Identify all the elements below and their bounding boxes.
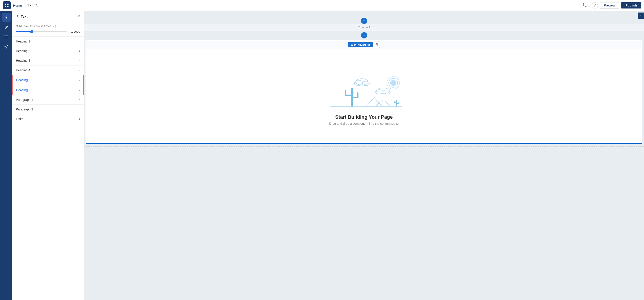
panel-back-button[interactable]	[16, 14, 19, 19]
svg-rect-1	[7, 3, 8, 5]
font-size-slider[interactable]	[16, 29, 67, 34]
svg-line-8	[6, 26, 7, 27]
menu-list: Heading 1›Heading 2›Heading 3›Heading 4›…	[12, 37, 84, 300]
menu-item-label: Heading 1	[16, 39, 30, 43]
gear-icon: ⚙	[27, 4, 29, 7]
start-building-subtitle: Drag and drop a component into the conte…	[329, 122, 399, 125]
header-right: ? Preview Publish	[581, 2, 641, 9]
menu-item-label: Paragraph 2	[16, 107, 33, 111]
column-label: Column 1	[358, 24, 370, 30]
svg-point-25	[384, 90, 391, 94]
svg-rect-0	[5, 3, 6, 5]
canvas-area: + Column 1 + HTML Editor	[84, 11, 644, 300]
app-header: Home ⚙ ▾ ↻ ? Preview Publish	[0, 0, 644, 11]
monitor-button[interactable]	[581, 2, 590, 9]
menu-item-paragraph2[interactable]: Paragraph 2›	[12, 105, 84, 114]
main-layout: Text × Mobile Base Font Size (0.625–2rem…	[0, 11, 644, 300]
font-size-label: Mobile Base Font Size (0.625–2rem)	[16, 25, 80, 27]
menu-item-label: Heading 6	[16, 88, 30, 92]
app-logo	[3, 1, 11, 9]
text-panel: Text × Mobile Base Font Size (0.625–2rem…	[12, 11, 84, 300]
chevron-right-icon: ›	[79, 88, 80, 92]
menu-item-heading4[interactable]: Heading 4›	[12, 65, 84, 75]
refresh-button[interactable]: ↻	[35, 2, 40, 8]
page-title: Home	[13, 3, 22, 7]
font-size-section: Mobile Base Font Size (0.625–2rem) 1,000…	[12, 22, 84, 37]
panel-close-button[interactable]: ×	[78, 14, 80, 19]
desert-illustration	[317, 69, 411, 114]
sidebar-item-settings[interactable]	[2, 42, 11, 51]
chevron-right-icon: ›	[79, 49, 80, 52]
chevron-right-icon: ›	[79, 78, 80, 82]
svg-point-38	[347, 106, 356, 108]
help-button[interactable]: ?	[592, 2, 598, 8]
svg-rect-2	[5, 6, 6, 7]
svg-marker-7	[5, 15, 8, 19]
slider-track	[16, 31, 67, 32]
menu-item-links[interactable]: Links›	[12, 114, 84, 124]
chevron-right-icon: ›	[79, 40, 80, 43]
chevron-right-icon: ›	[79, 117, 80, 120]
publish-button[interactable]: Publish	[621, 2, 641, 8]
sidebar-item-lightning[interactable]	[2, 13, 11, 22]
html-editor-label: HTML Editor	[354, 43, 370, 46]
panel-header: Text ×	[12, 11, 84, 22]
svg-point-24	[375, 90, 383, 94]
svg-line-31	[349, 91, 351, 92]
menu-item-heading3[interactable]: Heading 3›	[12, 56, 84, 65]
close-canvas-button[interactable]: ×	[638, 12, 644, 19]
menu-item-label: Links	[16, 117, 23, 121]
preview-button[interactable]: Preview	[600, 2, 620, 8]
refresh-icon: ↻	[36, 3, 38, 7]
chevron-right-icon: ›	[79, 59, 80, 62]
svg-point-19	[390, 80, 396, 86]
chevron-right-icon: ›	[79, 69, 80, 72]
menu-item-label: Heading 3	[16, 59, 30, 62]
sidebar-icons	[0, 11, 12, 300]
svg-point-12	[6, 46, 7, 47]
svg-point-20	[356, 79, 368, 85]
font-size-value: 1,0000	[69, 30, 80, 33]
svg-point-22	[362, 81, 370, 86]
canvas-content-block: Start Building Your Page Drag and drop a…	[86, 49, 642, 143]
menu-item-label: Heading 2	[16, 49, 30, 53]
svg-marker-13	[351, 44, 353, 46]
menu-item-label: Paragraph 1	[16, 98, 33, 101]
svg-point-39	[394, 106, 400, 107]
slider-thumb[interactable]	[30, 30, 33, 33]
dropdown-icon: ▾	[30, 4, 31, 7]
menu-item-label: Heading 5	[16, 78, 30, 82]
gear-dropdown-button[interactable]: ⚙ ▾	[25, 3, 32, 8]
svg-point-21	[354, 80, 362, 86]
menu-item-heading5[interactable]: Heading 5›	[12, 75, 84, 85]
add-section-middle-button[interactable]: +	[361, 32, 367, 38]
sidebar-item-list[interactable]	[2, 32, 11, 41]
start-building-title: Start Building Your Page	[335, 114, 393, 120]
sidebar-item-pencil[interactable]	[2, 22, 11, 31]
svg-rect-4	[583, 3, 588, 6]
svg-line-32	[353, 92, 354, 93]
chevron-right-icon: ›	[79, 98, 80, 101]
menu-item-heading6[interactable]: Heading 6›	[12, 85, 84, 95]
delete-element-button[interactable]	[374, 41, 380, 48]
menu-item-paragraph1[interactable]: Paragraph 1›	[12, 95, 84, 105]
svg-rect-3	[7, 6, 8, 7]
menu-item-label: Heading 4	[16, 68, 30, 72]
html-editor-button[interactable]: HTML Editor	[348, 42, 373, 47]
font-size-row: 1,0000	[16, 29, 80, 34]
menu-item-heading1[interactable]: Heading 1›	[12, 37, 84, 46]
add-section-top-button[interactable]: +	[361, 18, 367, 24]
panel-title: Text	[21, 14, 76, 18]
chevron-right-icon: ›	[79, 108, 80, 111]
menu-item-heading2[interactable]: Heading 2›	[12, 46, 84, 56]
